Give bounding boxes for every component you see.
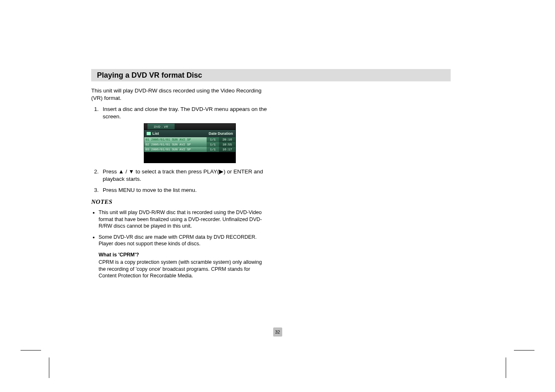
list-icon: [147, 132, 151, 135]
dvd-vr-row: 02 2006/01/01 SUN AV2 SP 1/1 10:55: [144, 142, 235, 147]
step-3: Press MENU to move to the list menu.: [100, 187, 268, 194]
step-1-text: Insert a disc and close the tray. The DV…: [103, 106, 267, 120]
dvd-vr-list-body: 01 2006/01/01 SUN AV2 SP 1/1 20:16 02 20…: [144, 137, 236, 163]
dvd-vr-list-label: List: [152, 132, 159, 136]
dvd-vr-row-date: 1/1: [207, 142, 219, 147]
crop-mark: [49, 357, 49, 378]
dvd-vr-row-duration: 10:55: [219, 142, 235, 147]
notes-heading: NOTES: [91, 198, 268, 206]
step-2-text-a: Press: [103, 168, 118, 175]
up-arrow-icon: ▲: [118, 168, 124, 175]
step-1: Insert a disc and close the tray. The DV…: [100, 106, 268, 163]
manual-page: Playing a DVD VR format Disc This unit w…: [0, 0, 555, 392]
play-icon: ▶: [219, 168, 223, 175]
section-heading-bar: Playing a DVD VR format Disc: [91, 69, 451, 81]
dvd-vr-row: 01 2006/01/01 SUN AV2 SP 1/1 20:16: [144, 137, 235, 142]
down-arrow-icon: ▼: [129, 168, 134, 175]
dvd-vr-row-main: 02 2006/01/01 SUN AV2 SP: [144, 142, 207, 147]
intro-paragraph: This unit will play DVD-RW discs recorde…: [91, 87, 268, 101]
crop-mark: [506, 357, 506, 378]
dvd-vr-row-duration: 16:17: [219, 147, 235, 152]
notes-list: This unit will play DVD-R/RW disc that i…: [91, 209, 268, 247]
content-column: Playing a DVD VR format Disc This unit w…: [91, 69, 451, 279]
heading-leftpad: [91, 69, 96, 81]
dvd-vr-row-date: 1/1: [207, 137, 219, 142]
step-2-text-b: to select a track then press PLAY(: [134, 168, 219, 175]
dvd-vr-list-header: List Date Duration: [144, 130, 236, 137]
dvd-vr-row-main: 03 2006/01/01 SUN AV2 SP: [144, 147, 207, 152]
dvd-vr-header-duration: Duration: [218, 131, 233, 136]
body-column: This unit will play DVD-RW discs recorde…: [91, 87, 268, 279]
dvd-vr-tab: DVD - VR: [147, 124, 175, 129]
crop-mark: [21, 350, 41, 350]
step-3-text: Press MENU to move to the list menu.: [103, 187, 197, 193]
dvd-vr-titlebar: DVD - VR: [144, 123, 236, 130]
cprm-block: What is 'CPRM'? CPRM is a copy protectio…: [99, 251, 268, 279]
dvd-vr-header-date: Date: [209, 131, 217, 136]
cprm-answer: CPRM is a copy protection system (with s…: [99, 259, 262, 279]
page-number: 32: [273, 327, 282, 337]
dvd-vr-header-right: Date Duration: [209, 132, 233, 136]
note-2: Some DVD-VR disc are made with CPRM data…: [99, 234, 268, 247]
dvd-vr-row-duration: 20:16: [219, 137, 235, 142]
dvd-vr-menu-illustration: DVD - VR List Date Duration: [144, 123, 236, 163]
step-2-sep: /: [124, 168, 129, 175]
dvd-vr-row-date: 1/1: [207, 147, 219, 152]
note-1: This unit will play DVD-R/RW disc that i…: [99, 209, 268, 230]
section-heading: Playing a DVD VR format Disc: [96, 71, 202, 80]
dvd-vr-list-label-group: List: [147, 132, 159, 136]
dvd-vr-row-main: 01 2006/01/01 SUN AV2 SP: [144, 137, 207, 142]
cprm-question: What is 'CPRM'?: [99, 251, 268, 258]
step-2: Press ▲ / ▼ to select a track then press…: [100, 168, 268, 182]
dvd-vr-row: 03 2006/01/01 SUN AV2 SP 1/1 16:17: [144, 147, 235, 152]
steps-list: Insert a disc and close the tray. The DV…: [91, 106, 268, 194]
crop-mark: [514, 350, 534, 350]
